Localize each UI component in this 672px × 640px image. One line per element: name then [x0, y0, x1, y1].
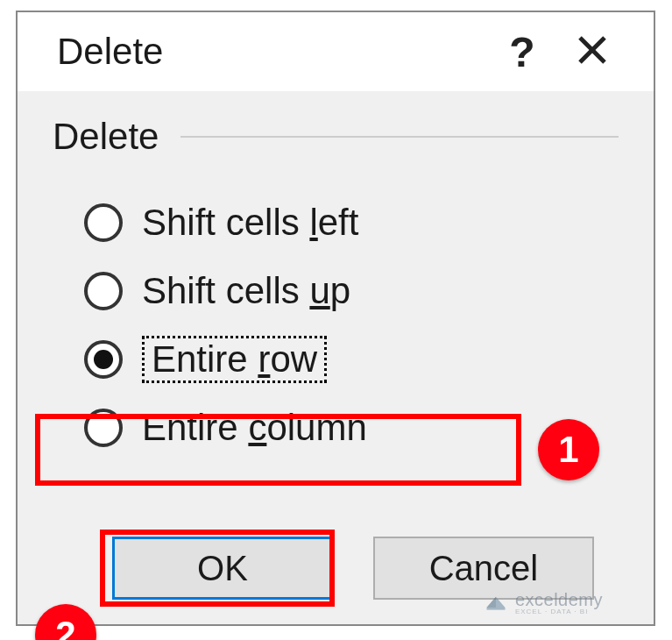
svg-marker-3: [486, 597, 496, 608]
annotation-callout-1: 1: [538, 419, 599, 480]
radio-icon: [84, 203, 123, 242]
watermark-main: exceldemy: [515, 591, 603, 608]
help-button[interactable]: ?: [487, 28, 557, 76]
group-label: Delete: [53, 116, 159, 158]
radio-entire-row[interactable]: Entire row: [84, 325, 619, 394]
watermark-sub: EXCEL · DATA · BI: [515, 608, 603, 615]
radio-shift-cells-up[interactable]: Shift cells up: [84, 257, 619, 325]
dialog-title: Delete: [57, 31, 487, 73]
delete-dialog: Delete ? Delete Shift cells left: [16, 11, 655, 626]
close-button[interactable]: [557, 32, 627, 71]
radio-label: Shift cells up: [142, 270, 350, 312]
watermark-icon: [484, 589, 508, 617]
ok-button[interactable]: OK: [112, 537, 333, 600]
close-icon: [575, 32, 610, 68]
dialog-body: Delete Shift cells left Shift cells up: [18, 91, 654, 624]
titlebar: Delete ?: [18, 12, 654, 91]
annotation-callout-2: 2: [35, 604, 96, 640]
radio-icon: [84, 340, 123, 379]
watermark: exceldemy EXCEL · DATA · BI: [484, 589, 603, 617]
group-divider: [180, 136, 619, 138]
svg-rect-4: [486, 608, 505, 610]
radio-icon: [84, 272, 123, 310]
radio-label: Entire column: [142, 407, 367, 449]
radio-label: Entire row: [142, 336, 327, 383]
radio-group: Shift cells left Shift cells up Entire r…: [53, 188, 619, 462]
radio-label: Shift cells left: [142, 202, 358, 244]
radio-shift-cells-left[interactable]: Shift cells left: [84, 188, 619, 257]
group-header: Delete: [53, 116, 619, 158]
radio-icon: [84, 409, 123, 447]
